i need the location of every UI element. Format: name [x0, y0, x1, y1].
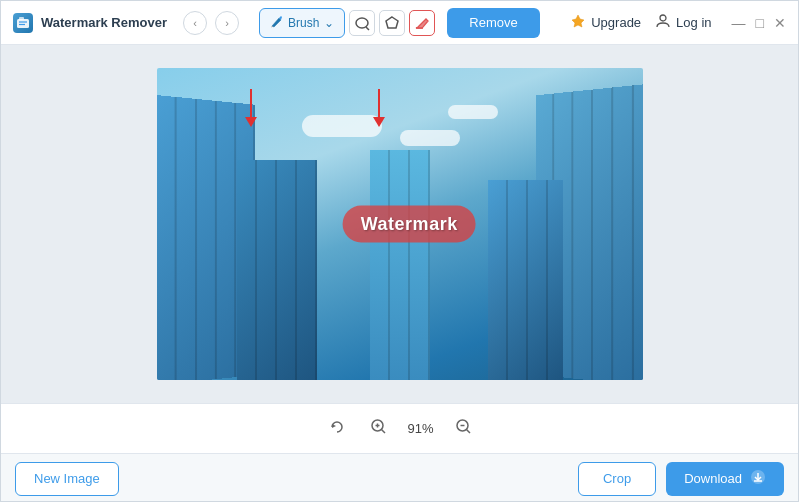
- upgrade-icon: [570, 13, 586, 32]
- app-icon: [13, 13, 33, 33]
- watermark-text-overlay: Watermark: [343, 206, 476, 243]
- arrow-eraser: [373, 89, 385, 127]
- svg-marker-8: [572, 15, 584, 27]
- arrow-brush-head: [245, 117, 257, 127]
- svg-rect-1: [19, 17, 24, 20]
- svg-line-5: [366, 27, 369, 30]
- building-right-2: [488, 180, 563, 380]
- rotate-icon[interactable]: [328, 418, 346, 440]
- arrow-brush: [245, 89, 257, 127]
- cloud-3: [448, 105, 498, 119]
- arrow-eraser-head: [373, 117, 385, 127]
- header-actions: Upgrade Log in — □ ✕: [570, 13, 786, 32]
- eraser-tool-button[interactable]: [409, 10, 435, 36]
- building-left-2: [237, 160, 317, 380]
- nav-back-button[interactable]: ‹: [183, 11, 207, 35]
- app-title-label: Watermark Remover: [41, 15, 167, 30]
- svg-marker-6: [386, 17, 398, 28]
- titlebar: Watermark Remover ‹ › Brush ⌄: [1, 1, 798, 45]
- svg-line-17: [466, 430, 470, 434]
- zoom-percentage: 91%: [403, 421, 439, 436]
- nav-forward-button[interactable]: ›: [215, 11, 239, 35]
- svg-rect-0: [17, 19, 29, 28]
- minimize-button[interactable]: —: [732, 15, 746, 31]
- download-icon: [750, 469, 766, 488]
- svg-point-9: [660, 15, 666, 21]
- zoom-in-icon[interactable]: [370, 418, 387, 439]
- brush-chevron-icon: ⌄: [324, 16, 334, 30]
- lasso-tool-button[interactable]: [349, 10, 375, 36]
- window-controls: — □ ✕: [732, 15, 786, 31]
- maximize-button[interactable]: □: [756, 15, 764, 31]
- download-button[interactable]: Download: [666, 462, 784, 496]
- upgrade-button[interactable]: Upgrade: [570, 13, 641, 32]
- toolbar-group: Brush ⌄: [259, 8, 435, 38]
- svg-point-4: [356, 18, 368, 28]
- user-icon: [655, 13, 671, 32]
- download-label: Download: [684, 471, 742, 486]
- cloud-2: [400, 130, 460, 146]
- building-center: [370, 150, 430, 380]
- main-canvas-area: Watermark: [1, 45, 798, 403]
- brush-tool-button[interactable]: Brush ⌄: [259, 8, 345, 38]
- image-background: Watermark: [157, 68, 643, 380]
- new-image-button[interactable]: New Image: [15, 462, 119, 496]
- login-button[interactable]: Log in: [655, 13, 711, 32]
- image-canvas[interactable]: Watermark: [157, 68, 643, 380]
- remove-button[interactable]: Remove: [447, 8, 539, 38]
- brush-label: Brush: [288, 16, 319, 30]
- cloud-1: [302, 115, 382, 137]
- close-button[interactable]: ✕: [774, 15, 786, 31]
- bottom-right-actions: Crop Download: [578, 462, 784, 496]
- arrow-eraser-line: [378, 89, 380, 117]
- arrow-brush-line: [250, 89, 252, 117]
- login-label: Log in: [676, 15, 711, 30]
- upgrade-label: Upgrade: [591, 15, 641, 30]
- svg-line-14: [381, 430, 385, 434]
- polygon-tool-button[interactable]: [379, 10, 405, 36]
- zoom-bar: 91%: [1, 403, 798, 453]
- bottom-bar: New Image Crop Download: [1, 453, 798, 502]
- brush-icon: [270, 15, 283, 31]
- zoom-out-icon[interactable]: [455, 418, 472, 439]
- svg-marker-10: [332, 424, 336, 428]
- crop-button[interactable]: Crop: [578, 462, 656, 496]
